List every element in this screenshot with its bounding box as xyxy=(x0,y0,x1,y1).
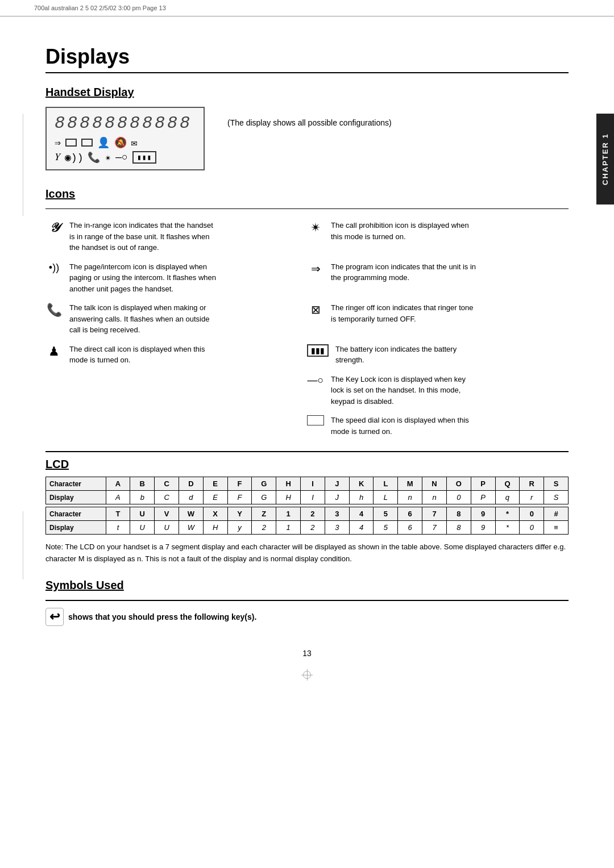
intercom-desc: The page/intercom icon is displayed when… xyxy=(69,261,217,295)
lcd-rule xyxy=(45,451,569,452)
lcd-note: Note: The LCD on your handset is a 7 seg… xyxy=(45,541,569,565)
talk-icon: 📞 xyxy=(45,303,63,318)
disp-9: 9 xyxy=(471,521,495,535)
lcd-icon-row1: ⇒ 👤 🔕 ✉ xyxy=(55,136,196,149)
page-number: 13 xyxy=(45,649,569,658)
char-7: 7 xyxy=(422,507,447,521)
disp-N: n xyxy=(422,491,447,504)
disp-Y: y xyxy=(227,521,252,535)
square-icon1 xyxy=(65,139,77,147)
disp-P: P xyxy=(471,491,495,504)
char-E: E xyxy=(203,477,227,491)
page: 700al australian 2 5 02 2/5/02 3:00 pm P… xyxy=(0,0,614,868)
bottom-reg-area xyxy=(45,669,569,681)
icons-grid: 𝒴 The in-range icon indicates that the h… xyxy=(45,216,569,441)
disp-Q: q xyxy=(495,491,520,504)
disp-F: F xyxy=(227,491,252,504)
disp-B: b xyxy=(130,491,155,504)
lcd-icon-row2: 𝑌 ◉)) 📞 ✴ —○ ▮▮▮ xyxy=(55,151,196,164)
inrange-icon: 𝒴 xyxy=(45,220,63,235)
disp-7: 7 xyxy=(422,521,447,535)
char-X: X xyxy=(203,507,227,521)
char-A: A xyxy=(106,477,130,491)
disp-U: U xyxy=(130,521,155,535)
symbols-heading: Symbols Used xyxy=(45,579,569,592)
char-O: O xyxy=(446,477,471,491)
keylock-desc: The Key Lock icon is displayed when key … xyxy=(331,374,479,407)
icon-item-empty xyxy=(45,370,307,411)
disp-hash: ≡ xyxy=(544,521,569,535)
disp-S: S xyxy=(544,491,569,504)
disp-label-2: Display xyxy=(46,521,106,535)
char-D: D xyxy=(179,477,203,491)
disp-O: 0 xyxy=(446,491,471,504)
lcd-table2: Character T U V W X Y Z 1 2 3 4 5 6 7 8 … xyxy=(45,507,569,535)
disp-X: H xyxy=(203,521,227,535)
disp-star: * xyxy=(495,521,520,535)
lcd-digits: 88888888888 xyxy=(55,114,196,133)
char-2: 2 xyxy=(301,507,325,521)
char-Q: Q xyxy=(495,477,520,491)
char-6: 6 xyxy=(398,507,422,521)
disp-8: 8 xyxy=(446,521,471,535)
bell-cross-icon: 🔕 xyxy=(114,136,127,149)
inrange-desc: The in-range icon indicates that the han… xyxy=(69,220,217,253)
char-R: R xyxy=(520,477,544,491)
directcall-desc: The direct call icon is displayed when t… xyxy=(69,344,217,366)
antenna-icon: 𝑌 xyxy=(55,152,60,163)
char-N: N xyxy=(422,477,447,491)
disp-J: J xyxy=(325,491,349,504)
char-1: 1 xyxy=(276,507,301,521)
icon-item-callpro: ✴ The call prohibition icon is displayed… xyxy=(307,216,569,257)
prohibition-icon: ✴ xyxy=(105,151,111,164)
callpro-desc: The call prohibition icon is displayed w… xyxy=(331,220,479,242)
symbols-rule xyxy=(45,600,569,601)
char-I: I xyxy=(301,477,325,491)
ringer-desc: The ringer off icon indicates that ringe… xyxy=(331,302,479,324)
keylock-icon2: —○ xyxy=(307,374,324,386)
talk-desc: The talk icon is displayed when making o… xyxy=(69,302,217,336)
char-P: P xyxy=(471,477,495,491)
icon-item-speeddial: The speed dial icon is displayed when th… xyxy=(307,411,569,441)
icon-item-talk: 📞 The talk icon is displayed when making… xyxy=(45,298,307,340)
disp-2: 2 xyxy=(301,521,325,535)
person-icon: 👤 xyxy=(97,136,110,149)
battery-desc: The battery icon indicates the battery s… xyxy=(335,344,483,366)
char-Y: Y xyxy=(227,507,252,521)
battery-icon2: ▮▮▮ xyxy=(307,344,329,357)
char-W: W xyxy=(179,507,203,521)
bottom-reg-mark xyxy=(301,669,313,681)
lcd-mockup: 88888888888 ⇒ 👤 🔕 ✉ 𝑌 ◉)) 📞 ✴ xyxy=(45,107,205,170)
disp-T: t xyxy=(106,521,130,535)
callpro-icon: ✴ xyxy=(307,220,324,235)
disp-R: r xyxy=(520,491,544,504)
lcd-heading: LCD xyxy=(45,458,569,471)
char-F: F xyxy=(227,477,252,491)
program-desc: The program icon indicates that the unit… xyxy=(331,261,479,283)
lcd-table1: Character A B C D E F G H I J K L M N O … xyxy=(45,477,569,504)
disp-0: 0 xyxy=(520,521,544,535)
icon-item-program: ⇒ The program icon indicates that the un… xyxy=(307,257,569,299)
disp-G: G xyxy=(252,491,276,504)
intercom-icon2: •)) xyxy=(45,262,63,274)
press-icon: ↩ xyxy=(45,608,64,626)
header-text: 700al australian 2 5 02 2/5/02 3:00 pm P… xyxy=(34,5,166,11)
icon-item-ringer: ⊠ The ringer off icon indicates that rin… xyxy=(307,298,569,340)
phone-icon: 📞 xyxy=(88,151,100,164)
char-U: U xyxy=(130,507,155,521)
char-8: 8 xyxy=(446,507,471,521)
left-margin-line2 xyxy=(23,511,23,579)
char-5: 5 xyxy=(374,507,398,521)
symbols-line-text: shows that you should press the followin… xyxy=(68,612,256,621)
handset-display-section: 88888888888 ⇒ 👤 🔕 ✉ 𝑌 ◉)) 📞 ✴ xyxy=(45,107,569,170)
char-label-2: Character xyxy=(46,507,106,521)
char-T: T xyxy=(106,507,130,521)
disp-L: L xyxy=(374,491,398,504)
disp-E: E xyxy=(203,491,227,504)
page-header: 700al australian 2 5 02 2/5/02 3:00 pm P… xyxy=(0,0,614,16)
char-B: B xyxy=(130,477,155,491)
keylock-icon: —○ xyxy=(115,152,128,163)
char-9: 9 xyxy=(471,507,495,521)
char-H: H xyxy=(276,477,301,491)
char-label-1: Character xyxy=(46,477,106,491)
